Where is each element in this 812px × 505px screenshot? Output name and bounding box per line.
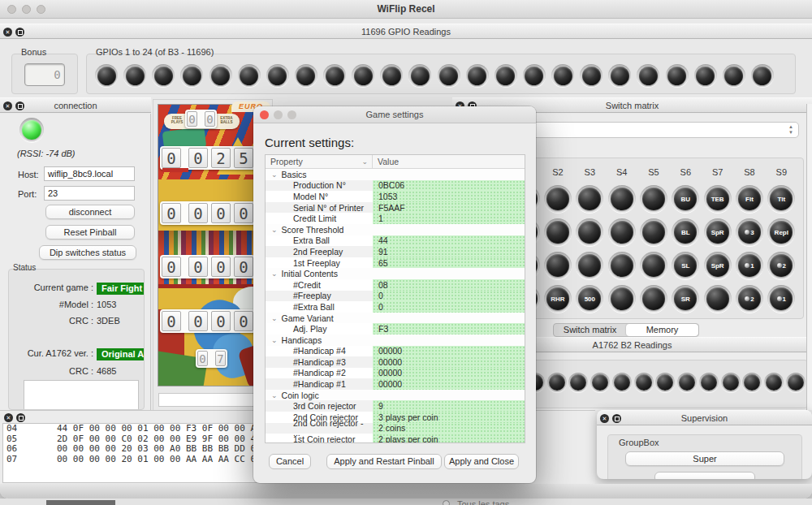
switch-button[interactable]: BU [674, 188, 697, 210]
value-cell[interactable]: F3 [373, 323, 525, 335]
switch-button[interactable]: BL [674, 221, 697, 244]
switch-button[interactable]: 1 [770, 287, 793, 310]
switch-button[interactable]: SpR [706, 221, 729, 244]
display-digit: 0 [162, 311, 181, 331]
settings-group-row[interactable]: ⌄Coin logic [266, 390, 525, 401]
value-cell[interactable]: 00000 [373, 346, 525, 357]
switch-button[interactable]: TEB [706, 188, 729, 210]
switch-button[interactable] [642, 254, 665, 277]
collapse-chevron-icon[interactable]: ⌄ [271, 226, 278, 234]
switch-button[interactable] [706, 287, 729, 310]
value-cell[interactable]: 00000 [373, 356, 525, 368]
switch-button[interactable]: SL [674, 254, 697, 277]
side-scroll-sliver[interactable] [806, 104, 812, 410]
value-cell[interactable]: 44 [373, 235, 525, 247]
switch-button[interactable]: 1 [738, 254, 761, 277]
switch-button[interactable]: Flt [738, 188, 761, 210]
close-panel-icon[interactable]: ✕ [4, 413, 13, 422]
hex-address: 06 [3, 444, 57, 455]
preview-footer-field [158, 393, 269, 407]
settings-group-row[interactable]: ⌄Handicaps [266, 335, 525, 346]
switch-button[interactable] [611, 221, 633, 244]
led-indicator [742, 373, 762, 392]
apply-close-button[interactable]: Apply and Close [444, 454, 519, 469]
settings-group-row[interactable]: ⌄Score Threshold [266, 224, 525, 235]
switch-button[interactable]: 500 [578, 287, 601, 310]
matrix-cell [542, 185, 573, 213]
value-cell[interactable]: 9 [373, 400, 525, 412]
switch-button[interactable] [611, 188, 633, 210]
partial-button[interactable] [654, 472, 755, 479]
matrix-cell [542, 218, 573, 246]
host-input[interactable]: wiflip_8bc9.local [44, 166, 135, 181]
led-off [696, 67, 715, 85]
switch-button[interactable]: 2 [738, 287, 761, 310]
value-cell[interactable]: 1053 [373, 191, 525, 202]
switch-button[interactable]: Tlt [770, 188, 793, 210]
disconnect-button[interactable]: disconnect [45, 205, 135, 219]
crc-value: 3DEB [97, 316, 145, 326]
collapse-chevron-icon[interactable]: ⌄ [271, 170, 278, 179]
led-off [211, 67, 230, 85]
value-column-header[interactable]: Value [373, 155, 525, 168]
switch-button[interactable]: Repl [770, 221, 793, 244]
settings-group-row[interactable]: ⌄Game Variant [266, 313, 525, 324]
switch-button[interactable] [642, 221, 665, 244]
property-column-header[interactable]: Property⌄ [266, 155, 373, 168]
collapse-chevron-icon[interactable]: ⌄ [271, 314, 278, 322]
value-cell[interactable]: 00000 [373, 368, 525, 379]
dip-switches-button[interactable]: Dip switches status [39, 245, 136, 260]
switch-button[interactable] [642, 287, 665, 310]
value-cell[interactable]: F5AAF [373, 202, 525, 214]
value-cell[interactable]: 3 plays per coin [373, 412, 525, 423]
switch-label [642, 188, 665, 210]
value-cell[interactable]: 08 [373, 279, 525, 291]
value-cell[interactable]: 0 [373, 301, 525, 313]
settings-row: #Handicap #200000 [266, 368, 525, 379]
switch-button[interactable] [578, 188, 601, 210]
switch-label: Repl [770, 221, 793, 244]
settings-group-row[interactable]: ⌄Initial Contents [266, 268, 525, 279]
collapse-chevron-icon[interactable]: ⌄ [271, 336, 278, 344]
switch-button[interactable] [611, 287, 633, 310]
tag-icon [443, 500, 450, 505]
switch-button[interactable] [546, 188, 569, 210]
switch-button[interactable] [546, 221, 569, 244]
value-cell[interactable]: 2 plays per coin [373, 434, 525, 443]
supervision-header: ✕ Supervision [597, 410, 812, 425]
led-indicator [580, 64, 603, 87]
collapse-chevron-icon[interactable]: ⌄ [271, 270, 278, 278]
switch-button[interactable]: 2 [770, 254, 793, 277]
switch-button[interactable] [642, 188, 665, 210]
switch-button[interactable]: SR [674, 287, 697, 310]
settings-row: Production N°0BC06 [266, 180, 525, 192]
switch-button[interactable] [611, 254, 633, 277]
credit-display: 00 [185, 110, 217, 128]
switch-button[interactable]: 3 [738, 221, 761, 244]
switch-button[interactable]: RHR [546, 287, 569, 310]
value-cell[interactable]: 0 [373, 291, 525, 302]
tab-memory-inspection[interactable]: Memory inspection [626, 324, 698, 336]
reset-pinball-button[interactable]: Reset Pinball [45, 225, 135, 240]
matrix-cell: 2 [733, 285, 765, 313]
tab-switch-matrix[interactable]: Switch matrix [554, 324, 626, 336]
value-cell[interactable]: 1 [373, 213, 525, 224]
value-cell[interactable]: 2 coins [373, 423, 525, 434]
switch-button[interactable] [546, 254, 569, 277]
super-button[interactable]: Super [625, 451, 784, 466]
settings-group-row[interactable]: ⌄Basics [266, 169, 525, 180]
float-panel-icon[interactable] [16, 413, 25, 422]
cancel-button[interactable]: Cancel [269, 454, 311, 469]
value-cell[interactable]: 91 [373, 246, 525, 257]
value-cell[interactable]: 0BC06 [373, 180, 525, 192]
switch-button[interactable] [578, 221, 601, 244]
value-cell[interactable]: 00000 [373, 378, 525, 390]
led-indicator [352, 64, 374, 87]
collapse-chevron-icon[interactable]: ⌄ [271, 391, 278, 399]
switch-button[interactable] [578, 254, 601, 277]
apply-restart-button[interactable]: Apply and Restart Pinball [326, 454, 442, 469]
settings-row: 1st Freeplay65 [266, 257, 525, 269]
switch-button[interactable]: SpR [706, 254, 729, 277]
value-cell[interactable]: 65 [373, 257, 525, 269]
port-input[interactable]: 23 [44, 186, 135, 201]
